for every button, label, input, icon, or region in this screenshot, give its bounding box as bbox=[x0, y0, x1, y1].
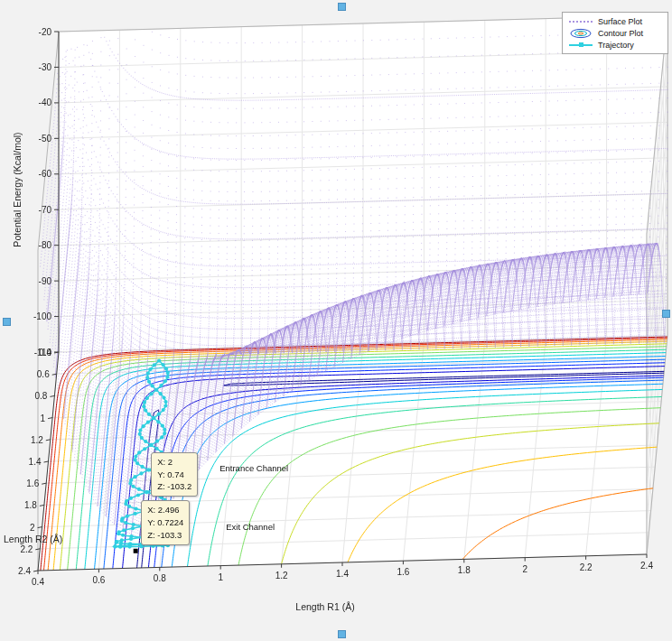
data-tip-x-value: X: 2 bbox=[157, 456, 191, 469]
selection-handle-left[interactable] bbox=[3, 318, 11, 326]
legend-label-contour: Contour Plot bbox=[598, 29, 643, 38]
legend-item-surface-plot[interactable]: Surface Plot bbox=[563, 15, 667, 27]
legend[interactable]: Surface Plot Contour Plot Trajectory bbox=[562, 12, 668, 54]
data-tip-z-value: Z: -103.2 bbox=[157, 480, 191, 493]
data-tip-exit[interactable]: X: 2.496 Y: 0.7224 Z: -103.3 bbox=[141, 500, 190, 544]
legend-item-contour-plot[interactable]: Contour Plot bbox=[563, 27, 667, 39]
annotation-entrance-channel[interactable]: Entrance Channel bbox=[219, 463, 288, 473]
legend-label-trajectory: Trajectory bbox=[598, 41, 634, 50]
data-tip-entrance[interactable]: X: 2 Y: 0.74 Z: -103.2 bbox=[151, 452, 198, 497]
x-axis-label: Length R1 (Å) bbox=[235, 601, 415, 612]
surface-plot-swatch bbox=[568, 21, 593, 23]
dotted-line-icon bbox=[569, 21, 593, 23]
selection-handle-bottom[interactable] bbox=[338, 630, 346, 638]
y-axis-label: Length R2 (Å) bbox=[4, 534, 62, 544]
legend-label-surface: Surface Plot bbox=[598, 17, 642, 26]
data-tip-y-value: Y: 0.74 bbox=[157, 469, 191, 481]
data-tip-y-value: Y: 0.7224 bbox=[147, 516, 183, 529]
trajectory-swatch bbox=[568, 44, 593, 46]
contour-rings-icon bbox=[569, 28, 593, 39]
data-tip-x-value: X: 2.496 bbox=[147, 504, 183, 516]
line-marker-icon bbox=[569, 44, 593, 46]
legend-item-trajectory[interactable]: Trajectory bbox=[563, 39, 667, 51]
matlab-figure: Potential Energy (Kcal/mol) Length R2 (Å… bbox=[0, 0, 672, 641]
z-axis-label: Potential Energy (Kcal/mol) bbox=[12, 99, 23, 280]
selection-handle-right[interactable] bbox=[662, 310, 670, 318]
selection-handle-top[interactable] bbox=[338, 3, 346, 11]
data-tip-z-value: Z: -103.3 bbox=[147, 529, 183, 542]
contour-plot-swatch bbox=[568, 28, 593, 39]
axes-3d-plot[interactable] bbox=[0, 0, 672, 641]
marker-icon bbox=[579, 42, 583, 47]
annotation-exit-channel[interactable]: Exit Channel bbox=[226, 522, 275, 532]
